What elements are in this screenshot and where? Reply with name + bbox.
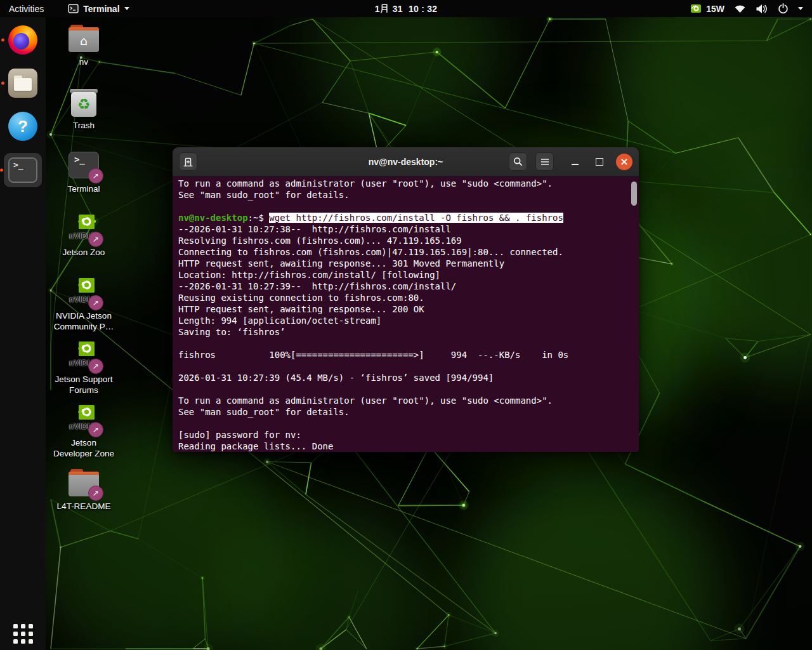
terminal-line: To run a command as administrator (user … — [178, 178, 634, 189]
running-indicator — [1, 82, 4, 85]
menu-button[interactable] — [535, 152, 554, 171]
maximize-button[interactable] — [591, 154, 608, 170]
help-icon: ? — [8, 112, 37, 141]
activities-label: Activities — [9, 4, 44, 14]
apps-grid-icon — [13, 624, 33, 644]
terminal-line: 2026-01-31 10:27:39 (45.4 MB/s) - ‘fishr… — [178, 372, 634, 383]
terminal-line: To run a command as administrator (user … — [178, 395, 634, 406]
icon-label: Jetson Zoo — [63, 247, 105, 258]
month-kanji-icon — [381, 4, 388, 13]
home-folder-icon: ⌂ — [67, 24, 100, 55]
terminal-line: --2026-01-31 10:27:39-- http://fishros.c… — [178, 281, 634, 292]
terminal-line: Length: 994 [application/octet-stream] — [178, 315, 634, 326]
clock-day: 31 — [393, 4, 403, 14]
icon-label: nv — [79, 56, 88, 67]
terminal-line — [178, 361, 634, 372]
chevron-down-icon — [124, 7, 129, 10]
link-arrow-glyph: ↗ — [93, 489, 99, 498]
terminal-line: --2026-01-31 10:27:38-- http://fishros.c… — [178, 223, 634, 235]
terminal-window: nv@nv-desktop:~ × To run a command as ad… — [173, 147, 639, 452]
terminal-icon: >_ — [8, 157, 37, 183]
link-arrow-glyph: ↗ — [93, 425, 99, 434]
link-emblem-icon: ↗ — [88, 359, 103, 374]
terminal-line: fishros 100%[======================>] 99… — [178, 349, 634, 361]
nvidia-link-icon: nVIDIA ↗ — [67, 278, 100, 308]
desktop-icon-nvidia-community[interactable]: nVIDIA ↗ NVIDIA Jetson Community P… — [48, 273, 119, 336]
link-emblem-icon: ↗ — [88, 295, 103, 310]
terminal-line: Reusing existing connection to fishros.c… — [178, 292, 634, 303]
clock-colon: : — [421, 4, 424, 14]
icon-label: L4T-README — [57, 501, 111, 512]
minimize-button[interactable] — [566, 154, 583, 170]
dock-item-help[interactable]: ? — [5, 110, 41, 143]
firefox-icon — [8, 25, 37, 55]
terminal-line: Connecting to fishros.com (fishros.com)|… — [178, 246, 634, 258]
terminal-content[interactable]: To run a command as administrator (user … — [173, 176, 639, 452]
terminal-line — [178, 338, 634, 349]
dock-item-terminal[interactable]: >_ — [4, 153, 42, 187]
dock-item-firefox[interactable] — [5, 23, 41, 56]
terminal-line: nv@nv-desktop:~$ wget http://fishros.com… — [178, 212, 634, 223]
desktop-icons: ⌂ nv ♻ Trash >_ ↗ Terminal nVIDIA ↗ Jets… — [48, 19, 119, 527]
desktop-icon-jetson-developer[interactable]: nVIDIA ↗ Jetson Developer Zone — [48, 400, 119, 463]
running-indicator — [0, 169, 3, 172]
close-button[interactable]: × — [616, 154, 632, 170]
wifi-icon — [734, 4, 746, 13]
terminal-line — [178, 418, 634, 429]
icon-label: NVIDIA Jetson Community P… — [54, 310, 114, 332]
link-emblem-icon: ↗ — [88, 486, 103, 501]
link-emblem-icon: ↗ — [88, 232, 103, 247]
power-icon — [778, 3, 789, 14]
app-menu[interactable]: Terminal — [62, 0, 135, 17]
new-tab-button[interactable] — [179, 152, 197, 171]
desktop-icon-l4t-readme[interactable]: ↗ L4T-README — [48, 463, 119, 527]
terminal-line — [178, 201, 634, 212]
terminal-titlebar[interactable]: nv@nv-desktop:~ × — [173, 147, 639, 176]
search-button[interactable] — [509, 152, 527, 171]
terminal-scrollbar[interactable] — [631, 182, 637, 206]
prompt-glyph: >_ — [74, 154, 85, 164]
desktop-icon-jetson-support[interactable]: nVIDIA ↗ Jetson Support Forums — [48, 336, 119, 400]
nvidia-link-icon: nVIDIA ↗ — [67, 405, 100, 435]
desktop-icon-terminal[interactable]: >_ ↗ Terminal — [48, 146, 119, 209]
running-indicator — [1, 39, 4, 42]
icon-label: Jetson Developer Zone — [53, 437, 114, 459]
terminal-link-icon: >_ ↗ — [67, 151, 100, 182]
terminal-line: Saving to: ‘fishros’ — [178, 326, 634, 338]
clock[interactable]: 1 31 10 : 32 — [375, 0, 438, 17]
clock-month-number: 1 — [375, 4, 380, 14]
terminal-app-icon — [68, 4, 79, 13]
desktop-icon-nv[interactable]: ⌂ nv — [48, 19, 119, 83]
files-icon — [8, 69, 37, 98]
status-chevron-down-icon — [798, 7, 803, 10]
activities-button[interactable]: Activities — [3, 0, 50, 17]
desktop-icon-trash[interactable]: ♻ Trash — [48, 83, 119, 146]
power-mode-label: 15W — [706, 4, 724, 14]
prompt-glyph: >_ — [13, 160, 23, 169]
question-glyph: ? — [18, 117, 28, 136]
link-arrow-glyph: ↗ — [93, 298, 99, 307]
icon-label: Jetson Support Forums — [55, 374, 113, 395]
link-emblem-icon: ↗ — [88, 422, 103, 437]
volume-icon — [756, 4, 768, 14]
terminal-line: [sudo] password for nv: — [178, 429, 634, 441]
icon-label: Terminal — [67, 183, 100, 194]
link-arrow-glyph: ↗ — [93, 171, 99, 180]
top-bar: Activities Terminal 1 31 10 : 32 15W — [0, 0, 812, 17]
terminal-line: HTTP request sent, awaiting response... … — [178, 258, 634, 269]
app-menu-label: Terminal — [83, 4, 119, 14]
dock-item-files[interactable] — [5, 67, 41, 100]
nvidia-power-icon — [688, 4, 702, 13]
terminal-line: Location: http://fishros.com/install/ [f… — [178, 269, 634, 281]
desktop-icon-jetson-zoo[interactable]: nVIDIA ↗ Jetson Zoo — [48, 209, 119, 273]
nvidia-link-icon: nVIDIA ↗ — [67, 342, 100, 372]
terminal-line: See "man sudo_root" for details. — [178, 406, 634, 418]
icon-label: Trash — [73, 120, 95, 131]
recycle-icon: ♻ — [77, 97, 91, 112]
show-applications-button[interactable] — [0, 624, 46, 644]
system-status-area[interactable]: 15W — [688, 0, 812, 17]
clock-minute: 32 — [427, 4, 437, 14]
dock: ? >_ — [0, 17, 46, 650]
terminal-line: HTTP request sent, awaiting response... … — [178, 303, 634, 315]
clock-hour: 10 — [409, 4, 419, 14]
